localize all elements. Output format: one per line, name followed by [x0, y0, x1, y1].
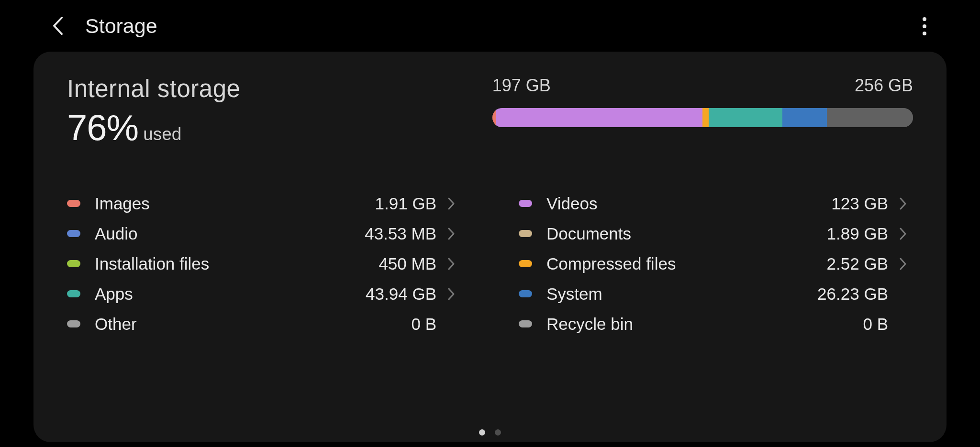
storage-used-amount: 197 GB [492, 76, 551, 96]
bar-segment-apps [709, 108, 782, 127]
category-row-install[interactable]: Installation files450 MB [67, 249, 461, 279]
category-row-videos[interactable]: Videos123 GB [519, 188, 913, 218]
category-label: Videos [546, 194, 831, 213]
bar-segment-free [827, 108, 913, 127]
app-header: Storage [0, 0, 980, 52]
category-row-other: Other0 B [67, 309, 461, 339]
page-dot-0[interactable] [479, 429, 485, 436]
storage-used-label: used [143, 124, 181, 147]
category-dot-icon [519, 320, 532, 327]
category-label: Documents [546, 224, 827, 243]
category-label: Apps [95, 284, 366, 304]
category-label: Other [95, 315, 411, 334]
category-size: 1.89 GB [827, 224, 888, 243]
chevron-right-icon [893, 258, 913, 270]
category-label: Audio [95, 224, 365, 243]
category-dot-icon [67, 290, 80, 297]
svg-point-2 [923, 32, 926, 35]
category-dot-icon [67, 200, 80, 207]
more-options-button[interactable] [915, 15, 934, 37]
category-dot-icon [67, 320, 80, 327]
category-label: Compressed files [546, 254, 827, 273]
chevron-right-icon [441, 197, 461, 210]
category-dot-icon [519, 290, 532, 297]
storage-section-title: Internal storage [67, 75, 473, 103]
bar-segment-system [782, 108, 826, 127]
category-grid: Images1.91 GBVideos123 GBAudio43.53 MBDo… [67, 188, 913, 339]
storage-usage-bar [492, 108, 913, 127]
chevron-right-icon [441, 228, 461, 240]
category-dot-icon [519, 260, 532, 267]
category-size: 0 B [863, 315, 888, 334]
category-label: Installation files [95, 254, 379, 273]
category-row-apps[interactable]: Apps43.94 GB [67, 279, 461, 309]
storage-panel: Internal storage 76% used 197 GB 256 GB … [33, 52, 947, 442]
back-button[interactable] [48, 16, 68, 36]
category-size: 0 B [411, 315, 436, 334]
page-title: Storage [85, 14, 157, 38]
category-size: 43.94 GB [366, 284, 436, 304]
category-size: 26.23 GB [817, 284, 888, 304]
svg-point-1 [923, 24, 926, 28]
category-size: 450 MB [379, 254, 436, 273]
category-size: 43.53 MB [365, 224, 436, 243]
back-arrow-icon [51, 17, 65, 35]
category-size: 2.52 GB [827, 254, 888, 273]
storage-summary: Internal storage 76% used 197 GB 256 GB [67, 75, 913, 148]
chevron-right-icon [441, 258, 461, 270]
page-dot-1[interactable] [495, 429, 501, 436]
category-row-recycle: Recycle bin0 B [519, 309, 913, 339]
category-label: System [546, 284, 817, 304]
more-vertical-icon [922, 17, 927, 36]
category-label: Images [95, 194, 375, 213]
category-row-documents[interactable]: Documents1.89 GB [519, 218, 913, 249]
page-indicator[interactable] [479, 429, 501, 436]
bar-segment-videos [496, 108, 702, 127]
category-dot-icon [519, 230, 532, 237]
category-dot-icon [67, 230, 80, 237]
svg-point-0 [923, 17, 926, 21]
chevron-right-icon [893, 228, 913, 240]
chevron-right-icon [893, 197, 913, 210]
category-size: 123 GB [831, 194, 888, 213]
category-size: 1.91 GB [375, 194, 436, 213]
category-row-system: System26.23 GB [519, 279, 913, 309]
bar-segment-compressed-files [702, 108, 709, 127]
storage-total-amount: 256 GB [855, 76, 913, 96]
chevron-right-icon [441, 288, 461, 300]
category-dot-icon [519, 200, 532, 207]
category-row-images[interactable]: Images1.91 GB [67, 188, 461, 218]
category-label: Recycle bin [546, 315, 863, 334]
category-row-compressed[interactable]: Compressed files2.52 GB [519, 249, 913, 279]
bar-segment-images [492, 108, 497, 127]
category-row-audio[interactable]: Audio43.53 MB [67, 218, 461, 249]
storage-percent: 76% [67, 107, 138, 148]
category-dot-icon [67, 260, 80, 267]
